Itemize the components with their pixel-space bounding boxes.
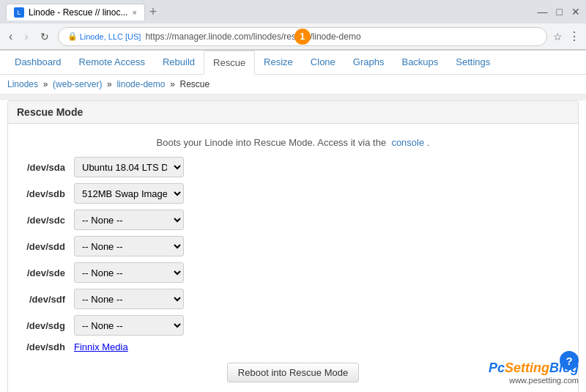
title-bar-controls: — □ ✕ bbox=[538, 6, 580, 18]
rescue-mode-header: Rescue Mode bbox=[8, 101, 578, 124]
address-bar[interactable]: 🔒 Linode, LLC [US] https://manager.linod… bbox=[58, 27, 547, 46]
label-sde: /dev/sde bbox=[15, 267, 74, 278]
step-badge: 1 bbox=[294, 29, 311, 45]
refresh-button[interactable]: ↻ bbox=[37, 29, 52, 44]
rescue-mode-body: Boots your Linode into Rescue Mode. Acce… bbox=[8, 124, 578, 392]
device-row-sdb: /dev/sdb Ubuntu 18.04 LTS Disk 512MB Swa… bbox=[15, 183, 571, 204]
url-text: https://manager.linode.com/linodes/rescu… bbox=[145, 32, 538, 42]
label-sdd: /dev/sdd bbox=[15, 241, 74, 252]
lock-icon: 🔒 bbox=[67, 32, 78, 41]
rescue-info-text: Boots your Linode into Rescue Mode. Acce… bbox=[15, 131, 571, 157]
title-bar-left: L Linode - Rescue // linoc... × + bbox=[6, 4, 157, 21]
select-sdf[interactable]: Ubuntu 18.04 LTS Disk 512MB Swap Image -… bbox=[74, 289, 184, 309]
select-sdc[interactable]: Ubuntu 18.04 LTS Disk 512MB Swap Image -… bbox=[74, 210, 184, 230]
tab-favicon: L bbox=[14, 7, 24, 18]
ssl-label: Linode, LLC [US] bbox=[80, 32, 141, 41]
browser-tab[interactable]: L Linode - Rescue // linoc... × bbox=[6, 4, 145, 21]
breadcrumb-linode-demo[interactable]: linode-demo bbox=[116, 79, 165, 89]
tab-graphs[interactable]: Graphs bbox=[344, 51, 393, 74]
device-row-sda: /dev/sda Ubuntu 18.04 LTS Disk 512MB Swa… bbox=[15, 157, 571, 177]
tab-settings[interactable]: Settings bbox=[447, 51, 499, 74]
nav-tabs: Dashboard Remote Access Rebuild Rescue R… bbox=[0, 51, 586, 75]
select-sde[interactable]: Ubuntu 18.04 LTS Disk 512MB Swap Image -… bbox=[74, 262, 184, 283]
browser-chrome: L Linode - Rescue // linoc... × + — □ ✕ … bbox=[0, 0, 586, 51]
select-sdg[interactable]: Ubuntu 18.04 LTS Disk 512MB Swap Image -… bbox=[74, 315, 184, 336]
title-bar: L Linode - Rescue // linoc... × + — □ ✕ bbox=[0, 0, 586, 23]
menu-icon[interactable]: ⋮ bbox=[568, 29, 580, 43]
device-row-sdd: /dev/sdd Ubuntu 18.04 LTS Disk 512MB Swa… bbox=[15, 236, 571, 256]
tab-clone[interactable]: Clone bbox=[302, 51, 344, 74]
tab-resize[interactable]: Resize bbox=[255, 51, 302, 74]
close-icon[interactable]: ✕ bbox=[571, 6, 580, 18]
maximize-icon[interactable]: □ bbox=[557, 6, 563, 18]
device-row-sde: /dev/sde Ubuntu 18.04 LTS Disk 512MB Swa… bbox=[15, 262, 571, 283]
device-row-sdf: /dev/sdf Ubuntu 18.04 LTS Disk 512MB Swa… bbox=[15, 289, 571, 309]
label-sdg: /dev/sdg bbox=[15, 320, 74, 331]
address-bar-row: ‹ › ↻ 🔒 Linode, LLC [US] https://manager… bbox=[0, 23, 586, 50]
device-row-sdg: /dev/sdg Ubuntu 18.04 LTS Disk 512MB Swa… bbox=[15, 315, 571, 336]
tab-title: Linode - Rescue // linoc... bbox=[29, 7, 127, 18]
tab-remote-access[interactable]: Remote Access bbox=[70, 51, 154, 74]
select-sdb[interactable]: Ubuntu 18.04 LTS Disk 512MB Swap Image -… bbox=[74, 183, 184, 204]
tab-close-icon[interactable]: × bbox=[132, 8, 136, 17]
tab-dashboard[interactable]: Dashboard bbox=[6, 51, 70, 74]
minimize-icon[interactable]: — bbox=[538, 6, 548, 18]
reboot-row: Reboot into Rescue Mode bbox=[15, 363, 571, 388]
tab-rebuild[interactable]: Rebuild bbox=[154, 51, 204, 74]
back-button[interactable]: ‹ bbox=[6, 29, 15, 45]
label-sdb: /dev/sdb bbox=[15, 188, 74, 199]
new-tab-icon[interactable]: + bbox=[149, 4, 157, 20]
ssl-indicator: 🔒 Linode, LLC [US] bbox=[67, 32, 141, 41]
breadcrumb-current: Rescue bbox=[179, 79, 209, 89]
label-sda: /dev/sda bbox=[15, 162, 74, 173]
label-sdh: /dev/sdh bbox=[15, 341, 74, 352]
finnix-link[interactable]: Finnix Media bbox=[74, 341, 128, 352]
breadcrumb: Linodes » (web-server) » linode-demo » R… bbox=[0, 75, 586, 95]
select-sdd[interactable]: Ubuntu 18.04 LTS Disk 512MB Swap Image -… bbox=[74, 236, 184, 256]
watermark-url: www.pesetting.com bbox=[489, 376, 579, 385]
bookmark-icon[interactable]: ☆ bbox=[553, 31, 563, 42]
device-row-sdh: /dev/sdh Finnix Media bbox=[15, 341, 571, 352]
forward-button[interactable]: › bbox=[21, 29, 31, 45]
console-link[interactable]: console bbox=[391, 137, 424, 148]
breadcrumb-web-server[interactable]: (web-server) bbox=[53, 79, 102, 89]
tab-backups[interactable]: Backups bbox=[393, 51, 447, 74]
label-sdc: /dev/sdc bbox=[15, 215, 74, 226]
device-row-sdc: /dev/sdc Ubuntu 18.04 LTS Disk 512MB Swa… bbox=[15, 210, 571, 230]
help-icon[interactable]: ? bbox=[560, 351, 579, 370]
rescue-mode-section: Rescue Mode Boots your Linode into Rescu… bbox=[7, 100, 579, 392]
tab-rescue[interactable]: Rescue bbox=[204, 51, 255, 75]
reboot-rescue-button[interactable]: Reboot into Rescue Mode bbox=[227, 363, 359, 382]
page-content: Rescue Mode Boots your Linode into Rescu… bbox=[0, 100, 586, 392]
select-sda[interactable]: Ubuntu 18.04 LTS Disk 512MB Swap Image -… bbox=[74, 157, 184, 177]
label-sdf: /dev/sdf bbox=[15, 294, 74, 305]
breadcrumb-linodes[interactable]: Linodes bbox=[7, 79, 38, 89]
